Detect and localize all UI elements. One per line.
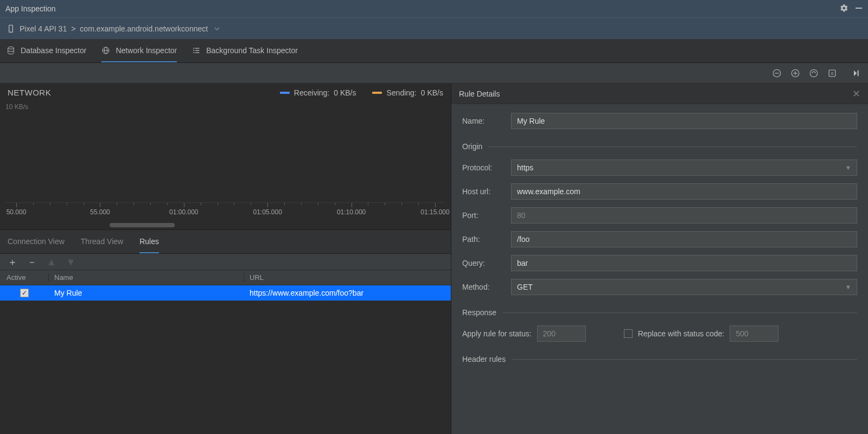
- zoom-in-icon[interactable]: [790, 68, 801, 79]
- go-to-end-icon[interactable]: [851, 68, 861, 79]
- title-bar: App Inspection: [0, 0, 868, 17]
- response-section-label: Response: [462, 308, 496, 317]
- svg-rect-8: [195, 48, 199, 48]
- tab-rules[interactable]: Rules: [139, 230, 159, 253]
- device-selector[interactable]: Pixel 4 API 31 > com.example.android.net…: [0, 17, 868, 39]
- zoom-selection-icon[interactable]: 0: [827, 68, 838, 79]
- svg-rect-10: [195, 50, 199, 50]
- timeline-scrollbar[interactable]: [5, 223, 445, 227]
- origin-section-label: Origin: [462, 142, 482, 151]
- method-select[interactable]: GET ▼: [511, 279, 857, 295]
- device-name: Pixel 4 API 31: [20, 24, 67, 33]
- move-up-button[interactable]: ▲: [47, 257, 56, 267]
- legend-sending-value: 0 KB/s: [421, 88, 443, 97]
- process-name: com.example.android.networkconnect: [80, 24, 208, 33]
- tab-label: Database Inspector: [21, 46, 86, 55]
- tick-label: 01:10.000: [337, 208, 366, 216]
- divider: [512, 359, 857, 360]
- table-row[interactable]: ✓ My Rule https://www.example.com/foo?ba…: [0, 285, 451, 301]
- rules-toolbar: ＋ － ▲ ▼: [0, 254, 451, 270]
- legend-receiving-label: Receiving:: [294, 88, 329, 97]
- apply-status-label: Apply rule for status:: [462, 329, 532, 338]
- svg-rect-2: [10, 31, 12, 31]
- cell-url: https://www.example.com/foo?bar: [244, 289, 451, 297]
- zoom-out-icon[interactable]: [771, 68, 782, 79]
- active-checkbox[interactable]: ✓: [20, 289, 29, 297]
- svg-point-3: [8, 47, 14, 49]
- timeline-scrollbar-thumb[interactable]: [110, 223, 175, 227]
- query-input[interactable]: bar: [511, 255, 857, 271]
- globe-icon: [101, 46, 110, 55]
- tick-label: 55.000: [90, 208, 110, 216]
- tick-label: 01:00.000: [169, 208, 198, 216]
- col-header-url[interactable]: URL: [244, 273, 451, 282]
- device-separator: >: [71, 24, 75, 33]
- header-rules-section-label: Header rules: [462, 355, 506, 363]
- minimize-icon[interactable]: [855, 4, 863, 14]
- tab-connection-view[interactable]: Connection View: [8, 230, 65, 253]
- tab-thread-view[interactable]: Thread View: [81, 230, 123, 253]
- svg-point-7: [194, 48, 195, 49]
- chart-legend: Receiving: 0 KB/s Sending: 0 KB/s: [280, 88, 443, 97]
- reset-zoom-icon[interactable]: [808, 68, 819, 79]
- tick-label: 01:15.000: [420, 208, 449, 216]
- chart-y-label: 10 KB/s: [5, 103, 28, 111]
- legend-sending-label: Sending:: [386, 88, 416, 97]
- svg-point-11: [194, 52, 195, 53]
- tick-label: 50.000: [7, 208, 27, 216]
- tab-label: Background Task Inspector: [206, 46, 298, 55]
- host-label: Host url:: [462, 187, 506, 196]
- svg-point-18: [810, 69, 818, 77]
- col-header-active[interactable]: Active: [0, 273, 49, 282]
- svg-rect-1: [9, 25, 13, 32]
- database-icon: [7, 46, 15, 55]
- chevron-down-icon: ▼: [845, 164, 851, 171]
- tab-network-inspector[interactable]: Network Inspector: [101, 39, 177, 62]
- close-icon[interactable]: ✕: [852, 88, 860, 100]
- replace-status-input[interactable]: 500: [730, 326, 778, 342]
- inspector-tabs: Database Inspector Network Inspector Bac…: [0, 39, 868, 63]
- svg-point-9: [194, 50, 195, 51]
- name-label: Name:: [462, 117, 506, 125]
- svg-text:0: 0: [831, 71, 833, 76]
- legend-receiving-value: 0 KB/s: [334, 88, 356, 97]
- add-rule-button[interactable]: ＋: [8, 257, 17, 267]
- host-input[interactable]: www.example.com: [511, 183, 857, 200]
- network-chart[interactable]: NETWORK Receiving: 0 KB/s Sending: 0 KB/…: [0, 84, 451, 230]
- chart-timeline: 50.00055.00001:00.00001:05.00001:10.0000…: [0, 202, 451, 229]
- name-input[interactable]: My Rule: [511, 113, 857, 129]
- tab-database-inspector[interactable]: Database Inspector: [7, 39, 86, 62]
- chevron-down-icon: [214, 24, 220, 33]
- svg-rect-12: [195, 52, 199, 53]
- port-label: Port:: [462, 211, 506, 220]
- rules-table: Active Name URL ✓ My Rule https://www.ex…: [0, 270, 451, 434]
- apply-status-input[interactable]: 200: [537, 326, 586, 342]
- method-label: Method:: [462, 283, 506, 291]
- rule-details-title: Rule Details: [459, 90, 500, 98]
- tick-label: 01:05.000: [253, 208, 282, 216]
- tab-background-task-inspector[interactable]: Background Task Inspector: [192, 39, 298, 62]
- port-input[interactable]: 80: [511, 207, 857, 224]
- replace-status-checkbox[interactable]: [624, 329, 633, 338]
- query-label: Query:: [462, 259, 506, 267]
- move-down-button[interactable]: ▼: [66, 257, 76, 267]
- chevron-down-icon: ▼: [845, 284, 851, 290]
- col-header-name[interactable]: Name: [49, 273, 244, 282]
- rule-details-panel: Rule Details ✕ Name: My Rule Origin Prot…: [451, 84, 868, 434]
- device-icon: [7, 24, 15, 33]
- replace-status-label: Replace with status code:: [638, 329, 725, 338]
- divider: [489, 146, 857, 147]
- legend-swatch-sending: [372, 92, 382, 94]
- chart-title: NETWORK: [8, 88, 51, 97]
- inspector-toolbar: 0: [0, 63, 868, 84]
- svg-rect-21: [858, 70, 859, 76]
- remove-rule-button[interactable]: －: [27, 257, 37, 267]
- protocol-select[interactable]: https ▼: [511, 159, 857, 176]
- rules-table-header: Active Name URL: [0, 270, 451, 285]
- lower-tabs: Connection View Thread View Rules: [0, 230, 451, 254]
- protocol-label: Protocol:: [462, 163, 506, 172]
- divider: [503, 312, 857, 313]
- gear-icon[interactable]: [840, 4, 848, 14]
- path-input[interactable]: /foo: [511, 231, 857, 247]
- legend-swatch-receiving: [280, 92, 290, 94]
